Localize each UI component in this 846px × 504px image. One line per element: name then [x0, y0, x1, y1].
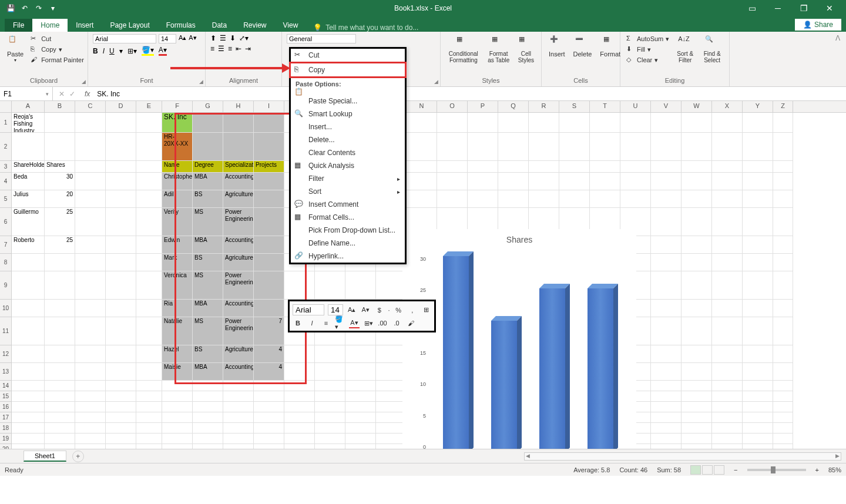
- cell-J9[interactable]: [284, 271, 315, 300]
- cell-Y7[interactable]: [743, 236, 773, 254]
- cell-B11[interactable]: [45, 317, 75, 345]
- font-size-input[interactable]: [159, 34, 176, 43]
- row-header-4[interactable]: 4: [0, 173, 12, 190]
- cell-V16[interactable]: [651, 402, 682, 412]
- cell-I5[interactable]: [254, 190, 284, 208]
- cell-G8[interactable]: BS: [193, 254, 223, 271]
- col-header-O[interactable]: O: [437, 101, 468, 112]
- cell-R2[interactable]: [529, 133, 559, 161]
- fill-color-button[interactable]: 🪣▾: [142, 46, 154, 56]
- cell-B4[interactable]: 30: [45, 173, 75, 190]
- autosum-button[interactable]: ΣAutoSum ▾: [625, 34, 670, 43]
- close-icon[interactable]: ✕: [818, 1, 841, 15]
- cell-Y20[interactable]: [743, 444, 773, 449]
- row-header-8[interactable]: 8: [0, 254, 12, 271]
- cell-I2[interactable]: [254, 133, 284, 161]
- cell-D9[interactable]: [106, 271, 136, 300]
- cell-C13[interactable]: [75, 363, 106, 381]
- row-header-6[interactable]: 6: [0, 208, 12, 236]
- cell-G11[interactable]: MS: [193, 317, 223, 345]
- cell-J12[interactable]: [284, 345, 315, 363]
- cell-U5[interactable]: [620, 190, 651, 208]
- row-header-7[interactable]: 7: [0, 236, 12, 254]
- orientation-icon[interactable]: ⤢▾: [239, 34, 249, 42]
- cell-C9[interactable]: [75, 271, 106, 300]
- cell-I13[interactable]: 4: [254, 363, 284, 381]
- align-right-icon[interactable]: ≡: [228, 45, 232, 53]
- col-header-W[interactable]: W: [682, 101, 712, 112]
- cell-D18[interactable]: [106, 423, 136, 434]
- cell-F14[interactable]: [162, 381, 193, 391]
- cell-Y6[interactable]: [743, 208, 773, 236]
- row-header-17[interactable]: 17: [0, 412, 12, 423]
- cell-N4[interactable]: [407, 173, 437, 190]
- cell-F20[interactable]: [162, 444, 193, 449]
- cell-C18[interactable]: [75, 423, 106, 434]
- cell-H18[interactable]: [223, 423, 254, 434]
- cell-Z19[interactable]: [773, 434, 793, 444]
- cell-W3[interactable]: [682, 161, 712, 173]
- cell-J13[interactable]: [284, 363, 315, 381]
- cell-C7[interactable]: [75, 236, 106, 254]
- cell-Y3[interactable]: [743, 161, 773, 173]
- cell-P5[interactable]: [468, 190, 498, 208]
- align-left-icon[interactable]: ≡: [210, 45, 214, 53]
- copy-button[interactable]: ⎘Copy ▾: [29, 45, 85, 54]
- cell-E3[interactable]: [136, 161, 162, 173]
- save-icon[interactable]: 💾: [5, 2, 16, 14]
- cell-A20[interactable]: [12, 444, 45, 449]
- cell-L20[interactable]: [345, 444, 376, 449]
- tab-data[interactable]: Data: [204, 19, 235, 32]
- row-header-11[interactable]: 11: [0, 317, 12, 345]
- font-dialog-launcher-icon[interactable]: ◢: [199, 79, 203, 85]
- cell-X20[interactable]: [712, 444, 743, 449]
- cell-J14[interactable]: [284, 381, 315, 391]
- cell-O4[interactable]: [437, 173, 468, 190]
- cell-S3[interactable]: [559, 161, 590, 173]
- cell-K12[interactable]: [315, 345, 345, 363]
- cell-B15[interactable]: [45, 391, 75, 402]
- cell-V2[interactable]: [651, 133, 682, 161]
- cell-I9[interactable]: [254, 271, 284, 300]
- mini-increase-font-icon[interactable]: A▴: [347, 305, 357, 315]
- cell-C11[interactable]: [75, 317, 106, 345]
- cell-Y11[interactable]: [743, 317, 773, 345]
- cell-I6[interactable]: [254, 208, 284, 236]
- number-format-dropdown[interactable]: [287, 34, 356, 43]
- cell-C19[interactable]: [75, 434, 106, 444]
- indent-increase-icon[interactable]: ⇥: [245, 45, 251, 53]
- cell-P3[interactable]: [468, 161, 498, 173]
- context-menu-item[interactable]: ✂Cut: [291, 49, 405, 62]
- cell-Z4[interactable]: [773, 173, 793, 190]
- cell-C8[interactable]: [75, 254, 106, 271]
- cell-E5[interactable]: [136, 190, 162, 208]
- cell-D14[interactable]: [106, 381, 136, 391]
- cell-Z12[interactable]: [773, 345, 793, 363]
- cell-V14[interactable]: [651, 381, 682, 391]
- cell-X19[interactable]: [712, 434, 743, 444]
- col-header-T[interactable]: T: [590, 101, 620, 112]
- cell-K15[interactable]: [315, 391, 345, 402]
- cell-H7[interactable]: Accounting: [223, 236, 254, 254]
- cell-B8[interactable]: [45, 254, 75, 271]
- cell-C3[interactable]: [75, 161, 106, 173]
- cell-F7[interactable]: Edwin: [162, 236, 193, 254]
- cell-W16[interactable]: [682, 402, 712, 412]
- cell-D5[interactable]: [106, 190, 136, 208]
- row-header-19[interactable]: 19: [0, 434, 12, 444]
- cell-B19[interactable]: [45, 434, 75, 444]
- cell-A17[interactable]: [12, 412, 45, 423]
- insert-cells-button[interactable]: ➕Insert: [546, 34, 568, 59]
- cell-Z8[interactable]: [773, 254, 793, 271]
- cell-E19[interactable]: [136, 434, 162, 444]
- row-header-20[interactable]: 20: [0, 444, 12, 449]
- cell-E6[interactable]: [136, 208, 162, 236]
- find-select-button[interactable]: 🔍Find & Select: [700, 34, 724, 65]
- mini-percent-icon[interactable]: %: [394, 305, 404, 315]
- cell-F19[interactable]: [162, 434, 193, 444]
- cell-A4[interactable]: Beda: [12, 173, 45, 190]
- cell-H6[interactable]: Power Engineering: [223, 208, 254, 236]
- conditional-formatting-button[interactable]: ▦Conditional Formatting: [445, 34, 482, 65]
- cell-U1[interactable]: [620, 113, 651, 133]
- cell-F10[interactable]: Ria: [162, 300, 193, 317]
